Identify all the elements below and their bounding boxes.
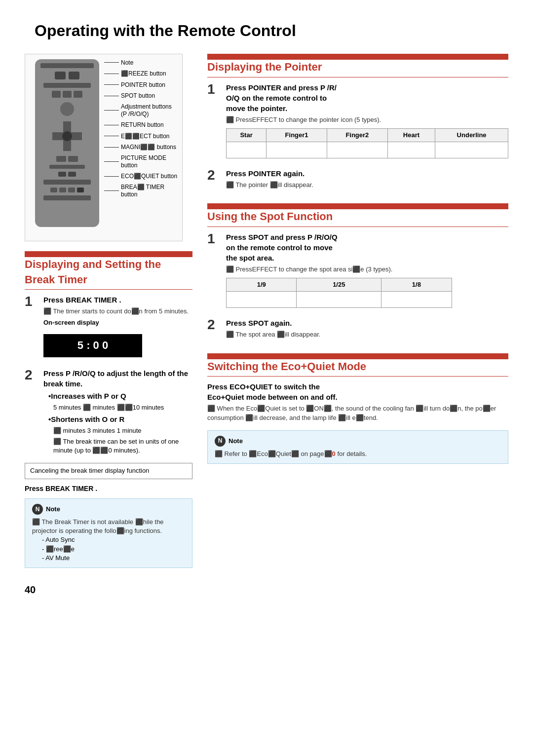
eco-note-icon: N: [215, 436, 226, 447]
pointer-col-underline: Underline: [435, 128, 508, 142]
remote-label-adjustment: Adjustment buttons(P /R/O/Q): [104, 103, 182, 117]
eco-header: [207, 353, 508, 359]
remote-label-autosync: Note: [104, 59, 182, 66]
remote-label-effect: E⬛⬛ECT button: [104, 133, 182, 140]
eco-title: Switching the Eco+Quiet Mode: [207, 359, 508, 377]
pointer-header: [207, 54, 508, 60]
page-number: 40: [25, 583, 192, 597]
break-timer-step2: 2 Press P /R/O/Q to adjust the length of…: [25, 368, 192, 457]
spot-step2: 2 Press SPOT again. ⬛ The spot area ⬛ill…: [207, 318, 508, 341]
pointer-step1-text: Press POINTER and press P /R/O/Q on the …: [226, 82, 508, 113]
eco-step1-text: Press ECO+QUIET to switch theEco+Quiet m…: [207, 381, 508, 402]
remote-label-breaktimer: BREA⬛ TIMER button: [104, 184, 182, 198]
spot-step2-text: Press SPOT again.: [226, 318, 508, 328]
remote-label-return: RETURN button: [104, 121, 182, 128]
eco-note: N Note ⬛ Refer to ⬛Eco⬛Quiet⬛ on page⬛0 …: [207, 430, 508, 464]
cancel-box-text: Canceling the break timer display functi…: [30, 467, 149, 474]
break-timer-note: N Note ⬛ The Break Timer is not availabl…: [25, 498, 192, 568]
pointer-col-star: Star: [227, 128, 266, 142]
pointer-col-heart: Heart: [387, 128, 435, 142]
remote-label-eco: ECO⬛QUIET button: [104, 173, 182, 180]
remote-diagram: Note ⬛REEZE button POINTER button SPOT b…: [25, 54, 183, 241]
timer-display: 5 : 0 0: [43, 334, 142, 357]
spot-section: Using the Spot Function 1 Press SPOT and…: [207, 203, 508, 341]
break-timer-title: Displaying and Setting the Break Timer: [25, 257, 192, 290]
pointer-step1: 1 Press POINTER and press P /R/O/Q on th…: [207, 82, 508, 162]
spot-step1: 1 Press SPOT and press P /R/O/Qon the re…: [207, 232, 508, 312]
break-timer-header: [25, 251, 192, 257]
pointer-step2-note: ⬛ The pointer ⬛ill disappear.: [226, 181, 508, 189]
spot-col-1-9: 1/9: [227, 278, 297, 292]
press-break-timer: Press BREAK TIMER .: [25, 484, 192, 494]
pointer-step1-note: ⬛ PressEFFECT to change the pointer icon…: [226, 115, 508, 124]
note-freeze: - ⬛ree⬛e: [42, 545, 185, 554]
eco-step1: Press ECO+QUIET to switch theEco+Quiet m…: [207, 381, 508, 424]
pointer-section: Displaying the Pointer 1 Press POINTER a…: [207, 54, 508, 191]
step2-sub1: 5 minutes ⬛ minutes ⬛⬛10 minutes: [53, 403, 192, 412]
cancel-box: Canceling the break timer display functi…: [25, 463, 192, 479]
remote-label-magnify: MAGNI⬛⬛ buttons: [104, 144, 182, 151]
break-timer-step1: 1 Press BREAK TIMER . ⬛ The timer starts…: [25, 295, 192, 362]
remote-label-pointer: POINTER button: [104, 81, 182, 88]
spot-step1-text: Press SPOT and press P /R/O/Qon the remo…: [226, 232, 508, 263]
remote-label-freeze: ⬛REEZE button: [104, 70, 182, 77]
spot-col-1-8: 1/8: [381, 278, 452, 292]
eco-note-line: ⬛ Refer to ⬛Eco⬛Quiet⬛ on page⬛0 for det…: [215, 450, 501, 458]
step1-text: Press BREAK TIMER .: [43, 295, 192, 305]
note-autosync: - Auto Sync: [42, 535, 185, 544]
spot-title: Using the Spot Function: [207, 209, 508, 227]
pointer-step2-text: Press POINTER again.: [226, 168, 508, 179]
note-line1: ⬛ The Break Timer is not available ⬛hile…: [32, 518, 185, 535]
eco-note-header: N Note: [215, 436, 501, 447]
pointer-step2: 2 Press POINTER again. ⬛ The pointer ⬛il…: [207, 168, 508, 191]
step2-bullet2: •Shortens with O or R: [48, 414, 192, 424]
on-screen-label: On-screen display: [43, 318, 192, 327]
pointer-table: Star Finger1 Finger2 Heart Underline: [226, 128, 508, 158]
break-timer-section: Displaying and Setting the Break Timer 1…: [25, 251, 192, 568]
spot-table: 1/9 1/25 1/8: [226, 278, 452, 308]
pointer-title: Displaying the Pointer: [207, 60, 508, 77]
spot-col-1-25: 1/25: [297, 278, 381, 292]
spot-step1-note: ⬛ PressEFFECT to change the spot area si…: [226, 265, 508, 274]
remote-label-spot: SPOT button: [104, 92, 182, 99]
note-header: N Note: [32, 504, 185, 515]
step1-note: ⬛ The timer starts to count do⬛n from 5 …: [43, 307, 192, 316]
eco-step1-note: ⬛ When the Eco⬛Quiet is set to ⬛ON⬛, the…: [207, 404, 508, 422]
note-icon: N: [32, 504, 43, 515]
spot-header: [207, 203, 508, 209]
page-title: Operating with the Remote Control: [25, 20, 508, 42]
pointer-col-finger2: Finger2: [327, 128, 387, 142]
note-avmute: - AV Mute: [42, 554, 185, 563]
eco-section: Switching the Eco+Quiet Mode Press ECO+Q…: [207, 353, 508, 464]
remote-label-picture: PICTURE MODE button: [104, 154, 182, 169]
step2-bullet1: •Increases with P or Q: [48, 391, 192, 401]
step2-sub2: ⬛ minutes 3 minutes 1 minute: [53, 426, 192, 435]
step2-bold: Press P /R/O/Q to adjust the length of t…: [43, 368, 192, 389]
pointer-col-finger1: Finger1: [266, 128, 327, 142]
spot-step2-note: ⬛ The spot area ⬛ill disappear.: [226, 330, 508, 339]
step2-sub3: ⬛ The break time can be set in units of …: [53, 437, 192, 455]
